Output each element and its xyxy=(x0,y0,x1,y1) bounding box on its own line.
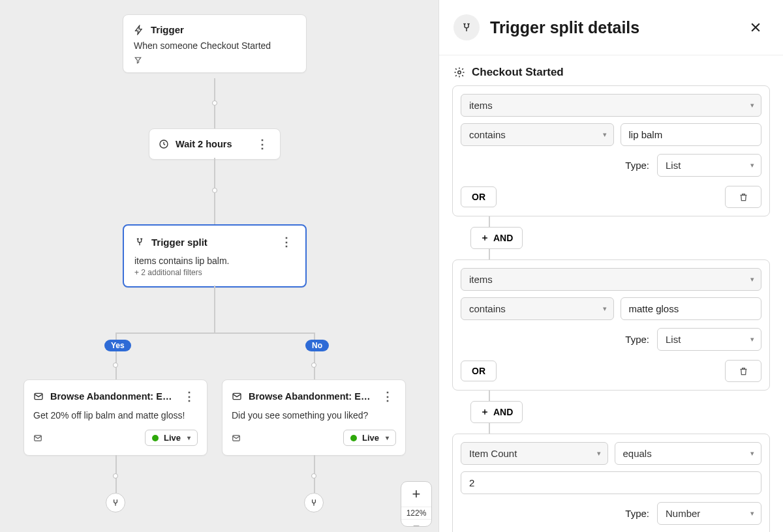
email-more-icon[interactable]: ⋮ xyxy=(379,389,396,404)
gear-icon xyxy=(453,66,465,78)
branch-no-badge: No xyxy=(305,340,329,351)
branch-yes-badge: Yes xyxy=(104,340,131,351)
operator-value: equals xyxy=(623,448,652,459)
status-dropdown[interactable]: Live ▾ xyxy=(343,430,396,446)
email-title: Browse Abandonment: Email… xyxy=(249,391,373,402)
chevron-down-icon: ▾ xyxy=(187,434,191,441)
trigger-title: Trigger xyxy=(151,24,184,35)
trigger-filter-icon xyxy=(134,56,296,65)
or-button[interactable]: OR xyxy=(461,361,497,381)
next-split-node[interactable] xyxy=(106,493,125,512)
field-select[interactable]: Item Count xyxy=(461,442,608,465)
field-select[interactable]: items xyxy=(461,94,761,117)
email-body: Did you see something you liked? xyxy=(232,410,396,421)
filter-group: items contains Type: List OR xyxy=(452,85,770,216)
split-icon xyxy=(453,14,480,40)
wait-label: Wait 2 hours xyxy=(176,139,232,149)
next-split-node[interactable] xyxy=(304,493,324,512)
type-select[interactable]: List xyxy=(657,154,761,177)
split-icon xyxy=(134,237,145,247)
value-input[interactable] xyxy=(621,297,762,320)
close-button[interactable] xyxy=(745,17,766,38)
email-node-no[interactable]: Browse Abandonment: Email… ⋮ Did you see… xyxy=(222,379,406,456)
trigger-split-node[interactable]: Trigger split ⋮ items contains lip balm.… xyxy=(123,224,307,288)
lightning-icon xyxy=(134,25,144,35)
type-select[interactable]: List xyxy=(657,328,761,351)
connector-line xyxy=(214,106,215,129)
delete-button[interactable] xyxy=(725,186,761,208)
wait-more-icon[interactable]: ⋮ xyxy=(254,137,271,151)
type-value: List xyxy=(666,334,681,345)
type-label: Type: xyxy=(625,160,649,171)
type-select[interactable]: Number xyxy=(657,502,761,525)
panel-header: Trigger split details xyxy=(439,0,783,55)
details-panel: Trigger split details Checkout Started i… xyxy=(438,0,783,532)
and-button[interactable]: ＋AND xyxy=(470,401,523,423)
connector-dot xyxy=(212,100,217,106)
chevron-down-icon: ▾ xyxy=(386,434,389,441)
trigger-description: When someone Checkout Started xyxy=(134,40,296,51)
mail-small-icon xyxy=(232,434,241,443)
wait-node[interactable]: Wait 2 hours ⋮ xyxy=(149,128,281,160)
connector-line xyxy=(115,332,314,334)
flow-canvas[interactable]: Trigger When someone Checkout Started Wa… xyxy=(0,0,438,532)
connector-dot xyxy=(212,188,217,193)
email-node-yes[interactable]: Browse Abandonment: Email… ⋮ Get 20% off… xyxy=(23,379,207,456)
operator-value: contains xyxy=(469,129,506,140)
type-label: Type: xyxy=(625,508,649,519)
status-dot-icon xyxy=(350,435,357,441)
status-dropdown[interactable]: Live ▾ xyxy=(145,430,198,446)
split-more-icon[interactable]: ⋮ xyxy=(278,235,295,249)
connector-line xyxy=(214,78,215,102)
type-value: List xyxy=(666,160,681,171)
or-button[interactable]: OR xyxy=(461,186,497,207)
section-header: Checkout Started xyxy=(453,66,770,79)
zoom-out-button[interactable]: − xyxy=(401,520,431,526)
connector-dot xyxy=(113,473,118,479)
mail-icon xyxy=(232,391,242,402)
mail-small-icon xyxy=(33,434,42,443)
and-connector: ＋AND xyxy=(470,391,770,434)
filter-group: Item Count equals Type: Number OR xyxy=(452,434,770,532)
and-connector: ＋AND xyxy=(470,216,770,259)
field-value: items xyxy=(469,274,493,285)
and-label: AND xyxy=(493,407,513,417)
email-more-icon[interactable]: ⋮ xyxy=(181,389,198,404)
delete-button[interactable] xyxy=(725,360,761,382)
type-value: Number xyxy=(666,508,700,519)
svg-point-5 xyxy=(458,71,461,74)
status-label: Live xyxy=(362,433,379,443)
status-label: Live xyxy=(164,433,181,443)
and-label: AND xyxy=(493,233,513,243)
connector-dot xyxy=(113,362,118,368)
operator-select[interactable]: contains xyxy=(461,297,614,320)
zoom-control: + 122% − xyxy=(401,481,432,527)
value-input[interactable] xyxy=(461,471,761,494)
operator-select[interactable]: equals xyxy=(615,442,762,465)
and-button[interactable]: ＋AND xyxy=(470,227,523,249)
status-dot-icon xyxy=(152,435,159,441)
field-select[interactable]: items xyxy=(461,268,761,291)
panel-body[interactable]: Checkout Started items contains Type: Li… xyxy=(439,55,783,532)
zoom-level: 122% xyxy=(401,507,431,520)
zoom-in-button[interactable]: + xyxy=(401,482,431,507)
filter-group: items contains Type: List OR xyxy=(452,259,770,391)
connector-line xyxy=(214,193,215,224)
split-description: items contains lip balm. xyxy=(134,256,295,266)
connector-dot xyxy=(311,362,316,368)
operator-select[interactable]: contains xyxy=(461,123,614,146)
mail-icon xyxy=(33,391,44,402)
split-title: Trigger split xyxy=(151,237,207,248)
split-subtext: + 2 additional filters xyxy=(134,268,295,277)
section-title: Checkout Started xyxy=(472,66,564,79)
type-label: Type: xyxy=(625,334,649,345)
email-title: Browse Abandonment: Email… xyxy=(50,391,174,402)
email-body: Get 20% off lip balm and matte gloss! xyxy=(33,410,198,421)
field-value: items xyxy=(469,100,493,111)
trigger-node[interactable]: Trigger When someone Checkout Started xyxy=(123,14,307,73)
connector-line xyxy=(214,158,215,188)
value-input[interactable] xyxy=(621,123,762,146)
connector-dot xyxy=(311,473,316,479)
clock-icon xyxy=(159,139,169,149)
panel-title: Trigger split details xyxy=(490,18,735,37)
